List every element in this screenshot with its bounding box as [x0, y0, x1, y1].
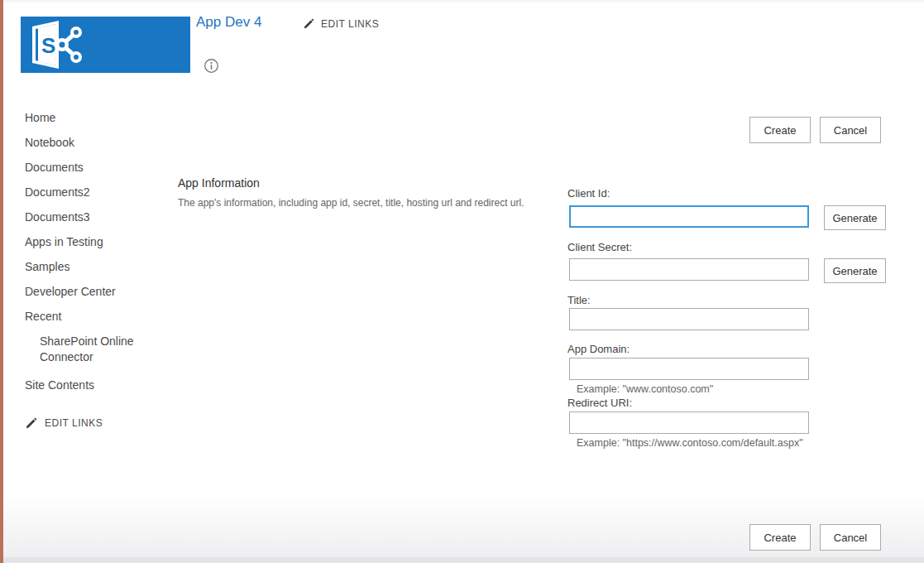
sidebar-item-documents3[interactable]: Documents3	[25, 209, 157, 234]
info-icon[interactable]	[203, 58, 219, 74]
cancel-button-top[interactable]: Cancel	[820, 117, 881, 143]
left-edge-strip	[0, 0, 3, 563]
sidebar-item-documents2[interactable]: Documents2	[25, 185, 157, 209]
sidebar-item-notebook[interactable]: Notebook	[25, 135, 157, 160]
title-input[interactable]	[569, 308, 809, 330]
section-description: The app's information, including app id,…	[178, 197, 525, 209]
sharepoint-register-app-page: S App Dev 4 EDIT LINKS Home	[0, 0, 924, 563]
cancel-button-bottom[interactable]: Cancel	[820, 524, 881, 551]
sharepoint-logo-icon: S	[21, 17, 190, 73]
sidebar-item-documents[interactable]: Documents	[25, 160, 157, 185]
generate-client-secret-button[interactable]: Generate	[824, 258, 886, 283]
redirect-uri-example: Example: "https://www.contoso.com/defaul…	[577, 437, 803, 449]
sidebar-item-site-contents[interactable]: Site Contents	[25, 378, 157, 402]
footer-edge-strip	[3, 557, 924, 563]
title-label: Title:	[567, 294, 591, 306]
sidebar-item-recent[interactable]: Recent	[25, 309, 157, 334]
sharepoint-logo[interactable]: S	[21, 17, 190, 73]
client-secret-label: Client Secret:	[567, 241, 632, 253]
sidebar-edit-links[interactable]: EDIT LINKS	[25, 416, 157, 430]
sidebar-item-sharepoint-online-connector[interactable]: SharePoint Online Connector	[25, 334, 149, 377]
edit-pencil-icon	[303, 17, 315, 30]
generate-client-id-button[interactable]: Generate	[824, 205, 886, 230]
create-button-bottom[interactable]: Create	[749, 524, 811, 551]
section-title: App Information	[178, 176, 260, 190]
top-edge-strip	[0, 0, 924, 2]
site-title[interactable]: App Dev 4	[196, 14, 261, 31]
edit-links-top-label: EDIT LINKS	[321, 18, 379, 30]
svg-text:S: S	[41, 33, 55, 58]
edit-pencil-icon	[25, 416, 38, 430]
edit-links-top[interactable]: EDIT LINKS	[303, 17, 379, 30]
sidebar-item-home[interactable]: Home	[25, 110, 157, 135]
sidebar-item-samples[interactable]: Samples	[25, 259, 157, 284]
redirect-uri-label: Redirect URI:	[567, 397, 632, 409]
app-domain-input[interactable]	[569, 358, 809, 380]
redirect-uri-input[interactable]	[569, 411, 809, 434]
client-id-label: Client Id:	[567, 187, 610, 200]
create-button-top[interactable]: Create	[749, 117, 811, 143]
sidebar-edit-links-label: EDIT LINKS	[45, 417, 103, 429]
sidebar-nav: Home Notebook Documents Documents2 Docum…	[25, 110, 157, 430]
app-domain-label: App Domain:	[567, 343, 630, 355]
sidebar-item-apps-in-testing[interactable]: Apps in Testing	[25, 234, 157, 259]
client-secret-input[interactable]	[569, 258, 809, 281]
app-domain-example: Example: "www.contoso.com"	[577, 383, 713, 395]
client-id-input[interactable]	[569, 205, 809, 228]
sidebar-item-developer-center[interactable]: Developer Center	[25, 284, 157, 309]
